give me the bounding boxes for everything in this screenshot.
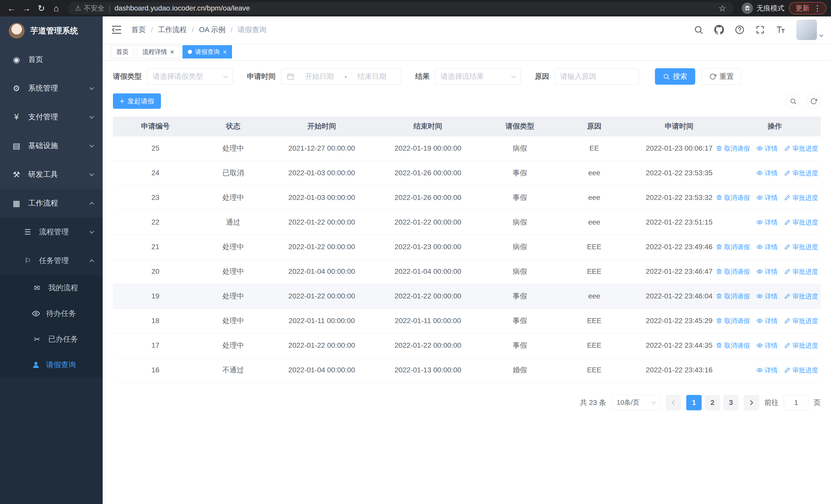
user-menu[interactable] xyxy=(796,20,823,40)
browser-back-button[interactable]: ← xyxy=(5,1,19,15)
action-label: 审批进度 xyxy=(793,218,818,227)
browser-reload-button[interactable]: ↻ xyxy=(34,1,48,15)
sidebar-item-process-mgmt[interactable]: ☰ 流程管理 xyxy=(0,217,103,246)
sidebar-item-devtools[interactable]: ⚒ 研发工具 xyxy=(0,160,103,189)
browser-forward-button[interactable]: → xyxy=(20,1,33,15)
reset-button[interactable]: 重置 xyxy=(701,68,742,85)
cell-status: 处理中 xyxy=(198,333,269,358)
tab-label: 请假查询 xyxy=(195,48,220,56)
tab-close-icon[interactable]: × xyxy=(223,49,227,55)
sidebar-item-system[interactable]: ⚙ 系统管理 xyxy=(0,74,103,102)
reset-button-label: 重置 xyxy=(719,71,734,81)
help-icon[interactable] xyxy=(735,25,745,35)
progress-link[interactable]: 审批进度 xyxy=(784,218,818,227)
refresh-table-button[interactable] xyxy=(806,94,821,108)
tab-close-icon[interactable]: × xyxy=(170,49,174,55)
progress-link[interactable]: 审批进度 xyxy=(784,317,818,325)
sidebar-item-done-tasks[interactable]: ✂ 已办任务 xyxy=(0,326,103,352)
cancel-leave-link[interactable]: 取消请假 xyxy=(716,144,750,153)
page-button-2[interactable]: 2 xyxy=(705,395,720,410)
tab-item[interactable]: 首页 xyxy=(111,45,134,59)
app-logo[interactable]: 芋道管理系统 xyxy=(0,17,103,45)
table-header: 请假类型 xyxy=(481,117,559,136)
cell-status: 处理中 xyxy=(198,284,269,308)
detail-link[interactable]: 详情 xyxy=(756,218,778,227)
action-label: 审批进度 xyxy=(793,267,818,276)
sidebar-item-leave-query[interactable]: 请假查询 xyxy=(0,352,103,378)
detail-link[interactable]: 详情 xyxy=(756,144,778,153)
progress-link[interactable]: 审批进度 xyxy=(784,366,818,375)
detail-link[interactable]: 详情 xyxy=(756,194,778,202)
cell-operations: 取消请假 详情 审批进度 xyxy=(728,308,821,333)
cancel-leave-link[interactable]: 取消请假 xyxy=(716,243,750,251)
tab-item[interactable]: 流程详情× xyxy=(137,45,179,59)
progress-link[interactable]: 审批进度 xyxy=(784,144,818,153)
cell-id: 25 xyxy=(113,136,198,161)
progress-link[interactable]: 审批进度 xyxy=(784,267,818,276)
page-size-select[interactable]: 10条/页 xyxy=(611,395,661,410)
search-icon[interactable] xyxy=(694,25,704,35)
breadcrumb-item[interactable]: 首页 xyxy=(132,25,146,35)
detail-link[interactable]: 详情 xyxy=(756,267,778,276)
cancel-leave-link[interactable]: 取消请假 xyxy=(716,292,750,300)
sidebar-item-todo-tasks[interactable]: 待办任务 xyxy=(0,301,103,326)
sidebar-collapse-icon[interactable] xyxy=(111,24,122,35)
result-select[interactable]: 请选择流结果 xyxy=(435,68,521,85)
sidebar-item-payment[interactable]: ¥ 支付管理 xyxy=(0,102,103,131)
cancel-leave-link[interactable]: 取消请假 xyxy=(716,317,750,325)
breadcrumb-item[interactable]: OA 示例 xyxy=(199,25,226,35)
toggle-search-button[interactable] xyxy=(786,94,800,108)
goto-page-input[interactable] xyxy=(784,395,808,410)
leave-type-select[interactable]: 请选择请假类型 xyxy=(147,68,233,85)
fullscreen-icon[interactable] xyxy=(755,25,765,35)
sidebar-item-task-mgmt[interactable]: ⚐ 任务管理 xyxy=(0,246,103,275)
search-button[interactable]: 搜索 xyxy=(655,68,695,85)
site-security-indicator[interactable]: ⚠ 不安全 xyxy=(75,4,105,13)
cell-leave-type: 病假 xyxy=(481,210,559,235)
create-leave-button[interactable]: + 发起请假 xyxy=(113,93,161,109)
sidebar-item-label: 系统管理 xyxy=(28,83,83,93)
avatar[interactable] xyxy=(796,20,817,40)
table-row: 17 处理中 2022-01-22 00:00:00 2022-01-22 00… xyxy=(113,333,821,358)
apply-time-range-picker[interactable]: 开始日期 - 结束日期 xyxy=(281,68,401,85)
detail-link[interactable]: 详情 xyxy=(756,366,778,375)
cell-end-time: 2022-01-22 00:00:00 xyxy=(375,333,481,358)
detail-link[interactable]: 详情 xyxy=(756,341,778,350)
sidebar-item-workflow[interactable]: ▦ 工作流程 xyxy=(0,189,103,217)
sidebar-item-home[interactable]: ◉ 首页 xyxy=(0,45,103,74)
action-label: 详情 xyxy=(765,194,778,202)
prev-page-button[interactable] xyxy=(666,395,681,410)
cancel-leave-link[interactable]: 取消请假 xyxy=(716,341,750,350)
bookmark-star-icon[interactable]: ☆ xyxy=(719,3,726,13)
detail-link[interactable]: 详情 xyxy=(756,317,778,325)
browser-menu-icon[interactable]: ⋮ xyxy=(813,4,821,13)
cell-leave-type: 婚假 xyxy=(481,358,559,382)
address-bar[interactable]: ⚠ 不安全 | dashboard.yudao.iocoder.cn/bpm/o… xyxy=(68,2,734,14)
sidebar-item-my-process[interactable]: ✉ 我的流程 xyxy=(0,275,103,301)
detail-link[interactable]: 详情 xyxy=(756,243,778,251)
progress-link[interactable]: 审批进度 xyxy=(784,169,818,177)
browser-home-button[interactable]: ⌂ xyxy=(49,1,63,15)
detail-link[interactable]: 详情 xyxy=(756,292,778,300)
breadcrumb-item[interactable]: 工作流程 xyxy=(158,25,187,35)
progress-link[interactable]: 审批进度 xyxy=(784,292,818,300)
progress-link[interactable]: 审批进度 xyxy=(784,243,818,251)
progress-link[interactable]: 审批进度 xyxy=(784,341,818,350)
browser-update-button[interactable]: 更新 ⋮ xyxy=(789,2,826,14)
cancel-leave-link[interactable]: 取消请假 xyxy=(716,194,750,202)
sidebar-item-infrastructure[interactable]: ▤ 基础设施 xyxy=(0,131,103,160)
cancel-leave-link[interactable]: 取消请假 xyxy=(716,267,750,276)
page-button-1[interactable]: 1 xyxy=(686,395,701,410)
reason-input[interactable] xyxy=(560,72,633,81)
tab-active[interactable]: 请假查询× xyxy=(182,45,232,59)
next-page-button[interactable] xyxy=(744,395,759,410)
goto-unit: 页 xyxy=(813,398,821,408)
chevron-right-icon xyxy=(748,400,753,405)
update-label: 更新 xyxy=(796,4,809,13)
page-button-3[interactable]: 3 xyxy=(723,395,739,410)
detail-link[interactable]: 详情 xyxy=(756,169,778,177)
progress-link[interactable]: 审批进度 xyxy=(784,194,818,202)
github-icon[interactable] xyxy=(714,25,724,35)
font-size-icon[interactable] xyxy=(776,25,785,35)
cell-status: 处理中 xyxy=(198,308,269,333)
